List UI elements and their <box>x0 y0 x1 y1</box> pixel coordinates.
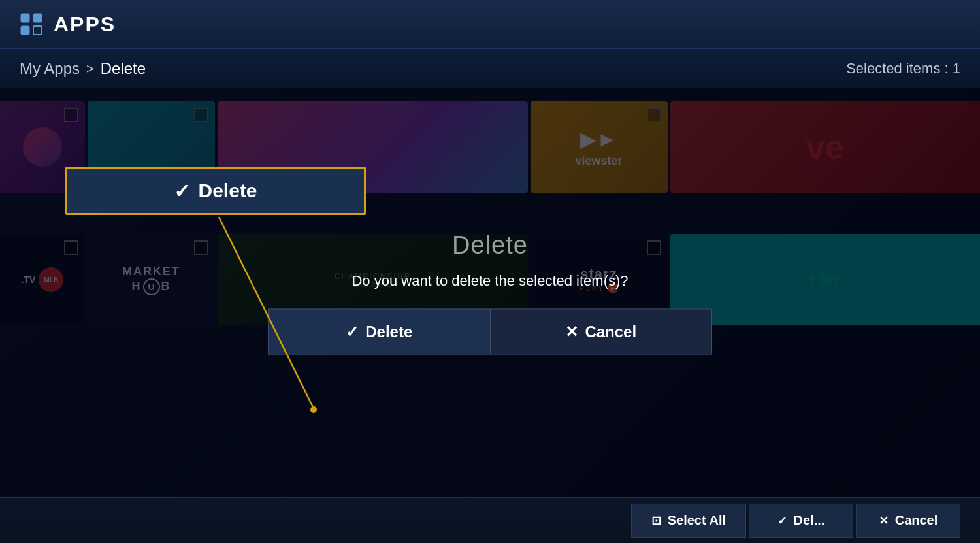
modal-cancel-button[interactable]: ✕ Cancel <box>490 309 713 355</box>
svg-rect-0 <box>21 14 29 22</box>
main-content: ▶► viewster ve .TV MLB <box>0 88 980 497</box>
breadcrumb-bar: My Apps > Delete Selected items : 1 <box>0 49 980 88</box>
cancel-toolbar-icon: ✕ <box>879 514 889 528</box>
svg-rect-3 <box>33 26 42 35</box>
breadcrumb-my-apps[interactable]: My Apps <box>20 59 80 78</box>
modal-cancel-label: Cancel <box>585 323 636 341</box>
select-all-label: Select All <box>668 513 726 528</box>
select-all-button[interactable]: ⊡ Select All <box>631 504 746 538</box>
highlighted-delete-button[interactable]: ✓ Delete <box>65 167 366 215</box>
apps-grid-icon <box>20 12 43 36</box>
cancel-toolbar-button[interactable]: ✕ Cancel <box>856 504 960 538</box>
highlighted-delete-icon: ✓ <box>174 180 190 203</box>
delete-modal: Delete Do you want to delete the selecte… <box>268 231 712 355</box>
breadcrumb: My Apps > Delete <box>20 59 146 78</box>
page-title: APPS <box>54 12 116 37</box>
modal-buttons: ✓ Delete ✕ Cancel <box>268 309 712 355</box>
highlighted-delete-label: Delete <box>198 180 257 202</box>
cancel-toolbar-label: Cancel <box>895 513 938 528</box>
modal-delete-icon: ✓ <box>346 323 359 341</box>
delete-toolbar-button[interactable]: ✓ Del... <box>749 504 853 538</box>
delete-toolbar-icon: ✓ <box>777 514 787 528</box>
modal-title: Delete <box>452 231 528 259</box>
selected-items-count: Selected items : 1 <box>846 60 960 77</box>
header-bar: APPS <box>0 0 980 49</box>
modal-cancel-icon: ✕ <box>565 323 578 341</box>
select-all-icon: ⊡ <box>651 514 661 528</box>
bottom-toolbar: ⊡ Select All ✓ Del... ✕ Cancel <box>0 497 980 543</box>
modal-delete-label: Delete <box>365 323 412 341</box>
breadcrumb-current: Delete <box>101 59 146 78</box>
modal-delete-button[interactable]: ✓ Delete <box>268 309 490 355</box>
delete-toolbar-label: Del... <box>794 513 825 528</box>
svg-rect-2 <box>21 26 29 35</box>
modal-message: Do you want to delete the selected item(… <box>351 272 628 289</box>
breadcrumb-separator: > <box>86 61 94 76</box>
svg-rect-1 <box>33 14 42 22</box>
